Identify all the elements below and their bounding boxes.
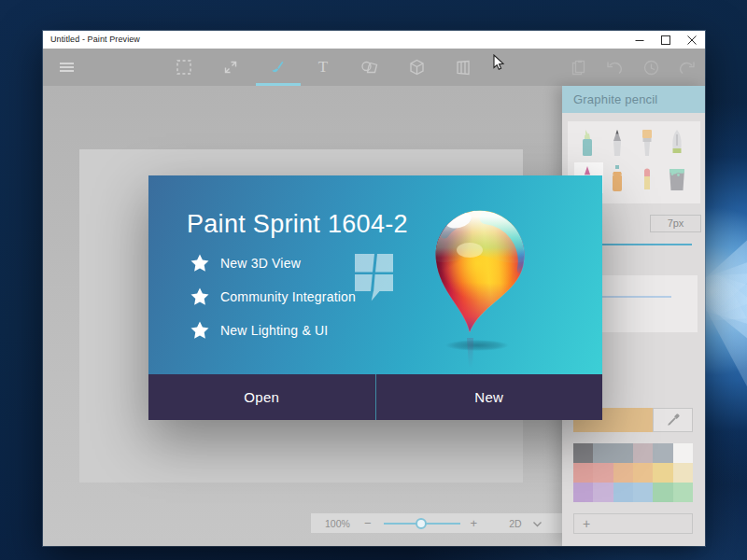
3d-tool-button[interactable]	[398, 49, 435, 86]
eyedropper-button[interactable]	[653, 408, 693, 432]
paste-icon	[571, 60, 585, 76]
palette-color[interactable]	[673, 443, 693, 463]
mode-select-value[interactable]: 2D	[509, 518, 521, 529]
windows-logo-icon	[355, 254, 396, 304]
tool-eraser[interactable]	[632, 162, 662, 196]
select-tool-button[interactable]	[165, 49, 203, 86]
zoom-slider[interactable]	[384, 523, 460, 525]
chevron-down-icon[interactable]	[533, 518, 542, 529]
new-button[interactable]: New	[376, 374, 603, 420]
palette-color[interactable]	[593, 443, 613, 463]
tool-marker[interactable]	[572, 127, 602, 161]
window-title: Untitled - Paint Preview	[50, 31, 140, 49]
palette-color[interactable]	[593, 463, 613, 483]
palette-color[interactable]	[613, 483, 633, 502]
palette-color[interactable]	[673, 463, 693, 483]
menu-icon	[60, 62, 74, 73]
feature-item: Community Integration	[190, 287, 356, 306]
text-tool-button[interactable]: T	[304, 49, 342, 86]
splash-dialog: Paint Sprint 1604-2 New 3D View Communit…	[148, 175, 602, 420]
feature-label: New Lighting & UI	[220, 323, 328, 338]
toolbar: T	[43, 49, 705, 86]
minimize-icon	[635, 35, 644, 45]
zoom-bar: 100% − + 2D	[311, 513, 563, 533]
brush-size-input[interactable]: 7px	[650, 215, 701, 232]
open-button[interactable]: Open	[148, 374, 375, 420]
app-window: Untitled - Paint Preview	[43, 31, 705, 546]
undo-button[interactable]	[596, 49, 633, 86]
resize-tool-button[interactable]	[212, 49, 249, 86]
palette-color[interactable]	[653, 483, 672, 502]
star-icon	[190, 254, 209, 273]
star-icon	[190, 321, 209, 340]
eyedropper-icon	[666, 413, 681, 427]
palette-color[interactable]	[573, 463, 593, 483]
paintbrush-icon	[636, 129, 658, 159]
palette-color[interactable]	[613, 443, 633, 463]
marker-icon	[576, 129, 599, 159]
shapes-tool-button[interactable]	[351, 49, 388, 86]
feature-label: New 3D View	[220, 256, 301, 271]
3d-cube-icon	[409, 59, 425, 76]
zoom-value: 100%	[325, 518, 353, 529]
tool-paintbrush[interactable]	[632, 127, 662, 161]
palette-color[interactable]	[573, 443, 593, 463]
menu-button[interactable]	[48, 49, 85, 86]
fountain-pen-icon	[666, 129, 688, 159]
tool-spray-can[interactable]	[602, 162, 632, 196]
balloon-3d-image	[426, 181, 547, 372]
feature-label: Community Integration	[220, 289, 356, 304]
tool-pencil[interactable]	[602, 127, 632, 161]
zoom-in-button[interactable]: +	[471, 516, 478, 530]
add-color-button[interactable]: +	[573, 513, 693, 534]
feature-item: New 3D View	[190, 254, 301, 273]
plus-icon: +	[583, 516, 590, 531]
palette-color[interactable]	[653, 463, 672, 483]
palette-color[interactable]	[593, 483, 613, 502]
brush-tool-button[interactable]	[258, 49, 295, 86]
brush-icon	[268, 59, 285, 76]
color-palette	[573, 443, 693, 502]
palette-color[interactable]	[573, 483, 593, 502]
spray-can-icon	[606, 164, 628, 194]
dialog-title: Paint Sprint 1604-2	[187, 210, 408, 239]
feature-item: New Lighting & UI	[190, 321, 328, 340]
panel-title: Graphite pencil	[562, 86, 705, 113]
text-tool-icon: T	[318, 60, 328, 75]
dialog-body: Paint Sprint 1604-2 New 3D View Communit…	[148, 175, 602, 374]
pencil-icon	[606, 129, 628, 159]
tool-paint-bucket[interactable]	[662, 162, 692, 196]
minimize-button[interactable]	[627, 31, 653, 49]
shapes-icon	[361, 60, 378, 75]
palette-color[interactable]	[673, 483, 693, 502]
history-icon	[643, 60, 659, 76]
resize-icon	[223, 60, 238, 75]
select-icon	[176, 60, 191, 75]
history-button[interactable]	[632, 49, 669, 86]
close-icon	[687, 35, 697, 45]
undo-icon	[606, 61, 623, 74]
zoom-out-button[interactable]: −	[364, 516, 372, 530]
redo-button[interactable]	[669, 49, 706, 86]
tool-fountain-pen[interactable]	[662, 127, 692, 161]
paste-button[interactable]	[559, 49, 597, 86]
close-button[interactable]	[679, 31, 705, 49]
zoom-slider-handle[interactable]	[416, 518, 427, 529]
canvas-book-icon	[455, 60, 472, 76]
canvas-tool-button[interactable]	[444, 49, 482, 86]
star-icon	[190, 287, 209, 306]
palette-color[interactable]	[633, 443, 653, 463]
paint-bucket-icon	[665, 164, 689, 194]
palette-color[interactable]	[633, 483, 653, 502]
dialog-button-bar: Open New	[148, 374, 602, 420]
panel-header: Graphite pencil	[562, 86, 705, 113]
eraser-icon	[636, 164, 658, 194]
palette-color[interactable]	[613, 463, 633, 483]
titlebar[interactable]: Untitled - Paint Preview	[43, 31, 705, 49]
palette-color[interactable]	[653, 443, 672, 463]
redo-icon	[679, 61, 696, 74]
maximize-icon	[661, 35, 670, 45]
palette-color[interactable]	[633, 463, 653, 483]
maximize-button[interactable]	[653, 31, 679, 49]
workspace: 100% − + 2D Graphite pencil	[43, 86, 705, 546]
